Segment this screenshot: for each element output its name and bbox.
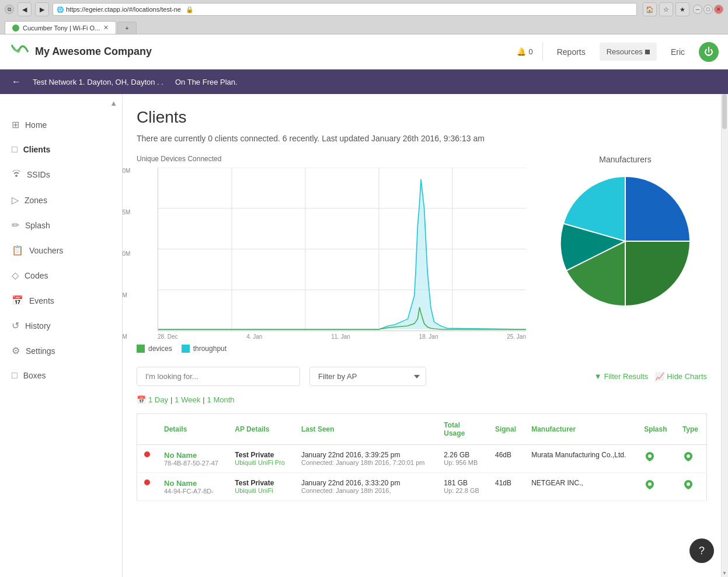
- splash-icon: [644, 453, 656, 465]
- win-btn-restore[interactable]: ⧉: [5, 5, 14, 14]
- maximize-btn[interactable]: □: [703, 5, 713, 14]
- col-splash-header: Splash: [637, 414, 675, 445]
- home-browser-btn[interactable]: 🏠: [643, 2, 657, 16]
- network-name: Test Network 1. Dayton, OH, Dayton . .: [33, 78, 163, 86]
- reports-link[interactable]: Reports: [548, 43, 595, 61]
- url-bar[interactable]: 🌐 https://egeier.ctapp.io/#/locations/te…: [53, 3, 637, 16]
- network-plan: On The Free Plan.: [175, 78, 238, 86]
- main-layout: ▲ ⊞ Home □ Clients SSIDs ▷ Zones ✏ Splas…: [0, 94, 728, 577]
- type-cell: [675, 445, 707, 473]
- last-seen-time: January 22nd 2016, 3:39:25 pm: [301, 451, 430, 459]
- svg-marker-8: [158, 179, 526, 329]
- ap-model: Ubiquiti UniFi Pro: [235, 459, 287, 466]
- favicon-indicator: 🌐: [57, 6, 64, 13]
- manufacturer-cell: NETGEAR INC.,: [524, 473, 637, 501]
- events-icon: 📅: [12, 295, 23, 306]
- tab-close-btn[interactable]: ✕: [103, 24, 109, 32]
- splash-icon: ✏: [12, 220, 19, 231]
- sidebar-collapse-btn[interactable]: ▲: [110, 99, 117, 107]
- network-bar: ← Test Network 1. Dayton, OH, Dayton . .…: [0, 69, 728, 94]
- history-icon: ↺: [12, 320, 19, 331]
- chart-svg: [158, 168, 526, 331]
- bookmark-btn[interactable]: ★: [675, 2, 689, 16]
- col-details-header: Details: [157, 414, 228, 445]
- sidebar-item-history[interactable]: ↺ History: [0, 313, 122, 338]
- month-filter-btn[interactable]: 1 Month: [207, 395, 235, 404]
- legend-devices: devices: [137, 345, 172, 353]
- sidebar-item-zones[interactable]: ▷ Zones: [0, 187, 122, 213]
- col-status-header: [137, 414, 158, 445]
- col-usage-header: TotalUsage: [437, 414, 488, 445]
- sidebar-item-label: Codes: [25, 271, 48, 280]
- logo-icon: [9, 41, 30, 62]
- client-name[interactable]: No Name: [164, 451, 221, 460]
- window-controls: ⧉: [5, 5, 14, 14]
- filter-results-btn[interactable]: ▼ Filter Results: [594, 372, 649, 381]
- codes-icon: ◇: [12, 270, 19, 281]
- lock-icon: 🔒: [186, 6, 194, 13]
- settings-icon: ⚙: [12, 345, 20, 356]
- sidebar-item-vouchers[interactable]: 📋 Vouchers: [0, 238, 122, 263]
- sidebar-item-events[interactable]: 📅 Events: [0, 288, 122, 313]
- status-cell: [137, 473, 158, 501]
- table-header-row: Details AP Details Last Seen TotalUsage …: [137, 414, 707, 445]
- star-btn[interactable]: ☆: [659, 2, 673, 16]
- new-tab-btn[interactable]: +: [117, 22, 136, 34]
- close-btn[interactable]: ✕: [714, 5, 723, 14]
- zones-icon: ▷: [12, 194, 19, 206]
- scroll-down-arrow[interactable]: ▼: [722, 571, 727, 577]
- search-input[interactable]: [137, 367, 300, 386]
- sidebar-item-label: History: [25, 321, 51, 331]
- minimize-btn[interactable]: ─: [693, 5, 702, 14]
- usage-cell: 2.26 GB Up: 956 MB: [437, 445, 488, 473]
- date-filters: 📅 1 Day | 1 Week | 1 Month: [137, 395, 707, 404]
- sidebar-item-label: Vouchers: [29, 246, 63, 255]
- scrollbar-thumb[interactable]: [722, 94, 727, 129]
- active-tab[interactable]: Cucumber Tony | Wi-Fi O... ✕: [5, 21, 116, 34]
- logo-area: My Awesome Company: [9, 41, 498, 62]
- power-button[interactable]: ⏻: [699, 42, 719, 62]
- forward-button[interactable]: ▶: [35, 2, 49, 16]
- lastseen-cell: January 22nd 2016, 3:33:20 pm Connected:…: [294, 473, 437, 501]
- table-row: No Name 44-94-FC-A7-8D- Test Private Ubi…: [137, 473, 707, 501]
- help-label: ?: [699, 545, 705, 557]
- week-filter-btn[interactable]: 1 Week: [175, 395, 200, 404]
- sidebar-item-label: Boxes: [23, 371, 46, 380]
- app-header: My Awesome Company 🔔 0 Reports Resources…: [0, 34, 728, 69]
- up-usage: Up: 956 MB: [444, 459, 481, 466]
- resources-link[interactable]: Resources: [600, 43, 657, 61]
- devices-color: [137, 345, 145, 353]
- browser-chrome: ⧉ ◀ ▶ 🌐 https://egeier.ctapp.io/#/locati…: [0, 0, 728, 34]
- client-mac: 78-4B-87-50-27-47: [164, 460, 221, 467]
- filter-icon: ▼: [594, 372, 602, 381]
- back-button[interactable]: ◀: [18, 2, 32, 16]
- details-cell: No Name 78-4B-87-50-27-47: [157, 445, 228, 473]
- help-button[interactable]: ?: [689, 538, 714, 563]
- day-filter-btn[interactable]: 1 Day: [148, 395, 168, 404]
- hide-charts-btn[interactable]: 📈 Hide Charts: [655, 372, 707, 381]
- sidebar-item-splash[interactable]: ✏ Splash: [0, 213, 122, 238]
- manufacturer-cell: Murata Manufacturing Co.,Ltd.: [524, 445, 637, 473]
- sidebar-item-ssids[interactable]: SSIDs: [0, 162, 122, 187]
- client-name[interactable]: No Name: [164, 479, 221, 488]
- usage-cell: 181 GB Up: 22.8 GB: [437, 473, 488, 501]
- sidebar-item-home[interactable]: ⊞ Home: [0, 112, 122, 137]
- line-chart-container: Unique Devices Connected 20M 15M 10M 5M …: [137, 155, 526, 353]
- status-cell: [137, 445, 158, 473]
- hide-charts-label: Hide Charts: [667, 372, 707, 381]
- calendar-icon: 📅: [137, 395, 146, 404]
- sidebar-item-boxes[interactable]: □ Boxes: [0, 363, 122, 388]
- splash-cell: [637, 473, 675, 501]
- sidebar-item-settings[interactable]: ⚙ Settings: [0, 338, 122, 363]
- last-seen-time: January 22nd 2016, 3:33:20 pm: [301, 479, 430, 487]
- network-back-btn[interactable]: ←: [12, 77, 21, 87]
- sidebar-item-label: Settings: [26, 346, 55, 356]
- legend-devices-label: devices: [148, 345, 172, 353]
- clients-table: Details AP Details Last Seen TotalUsage …: [137, 413, 707, 501]
- bell-notification[interactable]: 🔔 0: [507, 43, 542, 61]
- header-nav: 🔔 0 Reports Resources Eric ⏻: [507, 42, 719, 62]
- browser-tabs: Cucumber Tony | Wi-Fi O... ✕ +: [0, 19, 728, 34]
- ap-filter-select[interactable]: Filter by AP: [309, 367, 426, 386]
- sidebar-item-codes[interactable]: ◇ Codes: [0, 263, 122, 288]
- sidebar-item-clients[interactable]: □ Clients: [0, 137, 122, 162]
